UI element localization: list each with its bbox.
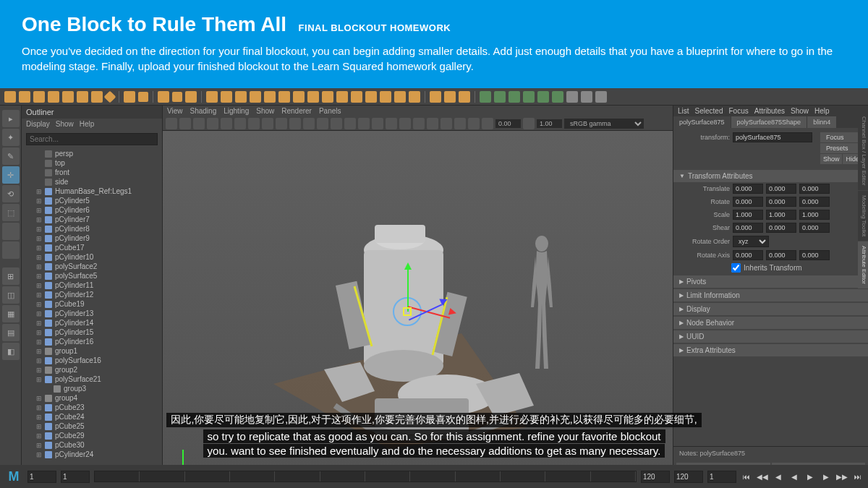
- translate-y[interactable]: [766, 184, 796, 194]
- tree-item[interactable]: top: [22, 158, 162, 168]
- lasso-tool-icon[interactable]: ✦: [2, 129, 20, 146]
- vp-tool-icon[interactable]: [358, 118, 370, 129]
- shelf-tool-icon[interactable]: [278, 91, 290, 103]
- tree-item[interactable]: ⊞group4: [22, 393, 162, 403]
- tree-item[interactable]: ⊞pCylinder10: [22, 252, 162, 262]
- tree-item[interactable]: ⊞polySurface16: [22, 356, 162, 365]
- tree-item[interactable]: ⊞polySurface5: [22, 271, 162, 281]
- vp-tool-icon[interactable]: [289, 118, 301, 129]
- vp-tool-icon[interactable]: [317, 118, 328, 129]
- shelf-bridge-icon[interactable]: [365, 91, 377, 103]
- tree-item[interactable]: ⊞pCylinder24: [22, 450, 162, 459]
- shelf-uv-icon[interactable]: [509, 91, 520, 103]
- rotaxis-z[interactable]: [799, 250, 830, 260]
- inherits-checkbox[interactable]: [731, 263, 741, 273]
- tree-item[interactable]: ⊞pCylinder8: [22, 224, 162, 234]
- section-header[interactable]: ▶Node Behavior: [673, 317, 868, 329]
- attr-menu-show[interactable]: Show: [791, 107, 809, 115]
- shelf-type-icon[interactable]: [124, 91, 135, 103]
- scale-y[interactable]: [766, 210, 796, 220]
- shelf-target-weld-icon[interactable]: [444, 91, 456, 103]
- focus-button[interactable]: Focus: [820, 132, 862, 142]
- rotaxis-x[interactable]: [733, 250, 763, 260]
- snap-tool-icon[interactable]: ⊞: [2, 267, 20, 285]
- shelf-tool-icon[interactable]: [235, 91, 247, 103]
- shelf-tool-icon[interactable]: [158, 91, 169, 103]
- tree-item[interactable]: persp: [22, 149, 162, 158]
- shelf-tool-icon[interactable]: [307, 91, 319, 103]
- vp-menu-show[interactable]: Show: [256, 107, 274, 115]
- menu-display[interactable]: Display: [26, 120, 50, 128]
- select-tool-icon[interactable]: ▸: [2, 110, 20, 127]
- shelf-poly-disc-icon[interactable]: [91, 91, 103, 103]
- tree-item[interactable]: ⊞pCube17: [22, 243, 162, 252]
- shelf-poly-plane-icon[interactable]: [77, 91, 88, 103]
- vp-menu-renderer[interactable]: Renderer: [281, 107, 312, 115]
- translate-x[interactable]: [733, 184, 763, 194]
- tool-icon[interactable]: ◧: [2, 343, 20, 360]
- shear-x[interactable]: [733, 223, 763, 233]
- shelf-tool-icon[interactable]: [322, 91, 333, 103]
- attr-menu-help[interactable]: Help: [814, 107, 830, 115]
- scale-z[interactable]: [799, 210, 830, 220]
- tree-item[interactable]: ⊞pCube23: [22, 403, 162, 412]
- rotaxis-y[interactable]: [766, 250, 796, 260]
- side-tab-channelbox[interactable]: Channel Box / Layer Editor: [858, 112, 868, 190]
- shelf-tool-icon[interactable]: [459, 91, 470, 103]
- shelf-uv-icon[interactable]: [537, 91, 549, 103]
- timeline-track[interactable]: [94, 471, 637, 482]
- shelf-uv-icon[interactable]: [480, 91, 491, 103]
- shear-y[interactable]: [766, 223, 796, 233]
- vp-tool-icon[interactable]: [399, 118, 411, 129]
- tree-item[interactable]: ⊞pCylinder11: [22, 281, 162, 290]
- vp-tool-icon[interactable]: [207, 118, 218, 129]
- tree-item[interactable]: ⊞pCylinder5: [22, 196, 162, 205]
- attr-tab[interactable]: polySurface875: [673, 116, 731, 128]
- tool-icon[interactable]: ▤: [2, 324, 20, 341]
- vp-tool-icon[interactable]: [468, 118, 480, 129]
- attr-tab[interactable]: blinn4: [807, 116, 836, 128]
- tool-icon[interactable]: ▦: [2, 305, 20, 322]
- vp-tool-icon[interactable]: [344, 118, 356, 129]
- vp-tool-icon[interactable]: [221, 118, 232, 129]
- vp-tool-icon[interactable]: [303, 118, 315, 129]
- vp-tool-icon[interactable]: [331, 118, 342, 129]
- attr-menu-focus[interactable]: Focus: [728, 107, 748, 115]
- shear-z[interactable]: [799, 223, 830, 233]
- prev-frame-icon[interactable]: ◀: [773, 471, 784, 482]
- tl-current[interactable]: [707, 471, 736, 483]
- vp-menu-panels[interactable]: Panels: [319, 107, 341, 115]
- shelf-tool-icon[interactable]: [380, 91, 391, 103]
- vp-tool-icon[interactable]: [427, 118, 438, 129]
- vp-menu-lighting[interactable]: Lighting: [224, 107, 249, 115]
- vp-tool-icon[interactable]: [482, 118, 493, 129]
- tool-icon[interactable]: ◫: [2, 286, 20, 304]
- shelf-bevel-icon[interactable]: [351, 91, 362, 103]
- shelf-uv-icon[interactable]: [494, 91, 506, 103]
- step-back-icon[interactable]: ◀◀: [757, 471, 768, 482]
- vp-tool-icon[interactable]: [523, 118, 535, 129]
- tree-item[interactable]: side: [22, 177, 162, 187]
- side-tab-modeling[interactable]: Modeling Toolkit: [858, 191, 868, 241]
- rewind-end-icon[interactable]: ⏭: [852, 471, 864, 482]
- rotate-x[interactable]: [733, 197, 763, 207]
- vp-menu-view[interactable]: View: [167, 107, 183, 115]
- tree-item[interactable]: ⊞pCylinder6: [22, 205, 162, 215]
- tree-item[interactable]: ⊞pCylinder14: [22, 318, 162, 328]
- rotate-z[interactable]: [799, 197, 830, 207]
- shelf-combine-icon[interactable]: [206, 91, 218, 103]
- paint-select-icon[interactable]: ✎: [2, 147, 20, 165]
- shelf-poly-torus-icon[interactable]: [62, 91, 74, 103]
- tree-item[interactable]: ⊞pCylinder12: [22, 290, 162, 299]
- translate-z[interactable]: [799, 184, 830, 194]
- menu-show[interactable]: Show: [56, 120, 74, 128]
- shelf-uv-icon[interactable]: [523, 91, 535, 103]
- vp-colorspace-select[interactable]: sRGB gamma: [564, 119, 644, 129]
- tree-item[interactable]: ⊞pCube24: [22, 412, 162, 421]
- attr-tab[interactable]: polySurface875Shape: [731, 116, 807, 128]
- tree-item[interactable]: group3: [22, 384, 162, 393]
- side-tab-attribute[interactable]: Attribute Editor: [858, 241, 868, 288]
- tl-range-end[interactable]: [641, 471, 670, 483]
- vp-gamma-val[interactable]: [537, 119, 562, 128]
- section-header[interactable]: ▶Extra Attributes: [673, 344, 868, 356]
